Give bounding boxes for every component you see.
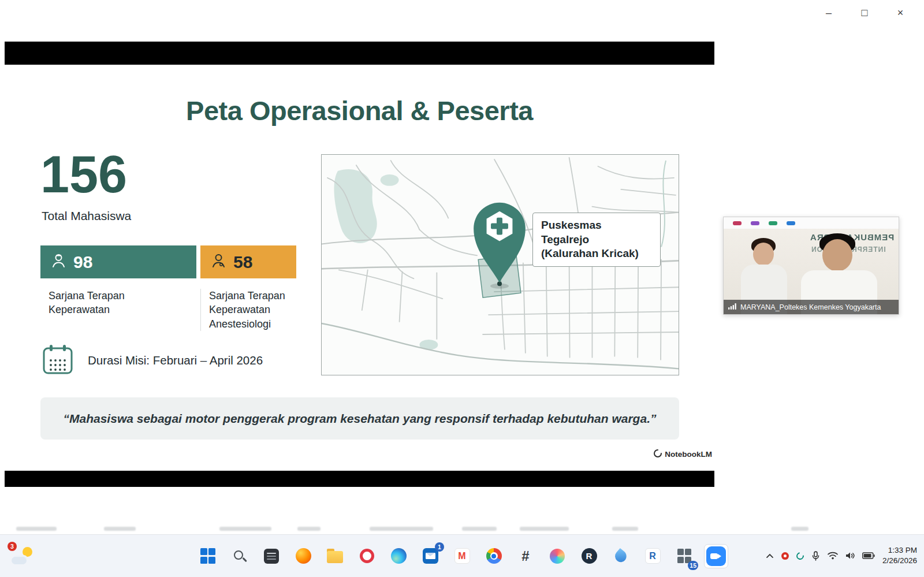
notebooklm-logo-icon xyxy=(654,449,662,459)
participant-name-bar: MARYANA_Poltekes Kemenkes Yogyakarta xyxy=(724,300,899,314)
operational-map: Puskesmas Tegalrejo (Kalurahan Kricak) xyxy=(321,154,679,375)
participant-video-tile[interactable]: PEMBUKAAN PRA INTERPROFESSION MARYANA_Po… xyxy=(723,217,899,315)
system-tray: 1:33 PM 2/26/2026 xyxy=(766,545,917,567)
minimize-button[interactable]: – xyxy=(822,7,835,19)
background-logo-strip xyxy=(724,217,899,229)
grid-app-badge: 15 xyxy=(688,561,698,570)
stat-box-keperawatan: 98 xyxy=(40,245,196,278)
quill-app-button[interactable] xyxy=(609,544,633,568)
logo-dot-4 xyxy=(787,221,795,225)
close-button[interactable]: × xyxy=(894,7,907,19)
mail-icon xyxy=(423,548,438,564)
blue-quill-icon xyxy=(613,548,629,564)
firefox-icon xyxy=(296,548,311,564)
battery-icon[interactable] xyxy=(862,553,875,560)
taskbar-center-icons: 1 M # R R 15 xyxy=(196,535,728,577)
stat-count-keperawatan: 98 xyxy=(73,252,92,272)
search-button[interactable] xyxy=(228,544,252,568)
microphone-icon[interactable] xyxy=(811,551,820,561)
stat-labels: Sarjana Terapan Keperawatan Sarjana Tera… xyxy=(40,289,296,331)
colorful-app-icon xyxy=(550,549,565,564)
start-button[interactable] xyxy=(196,544,220,568)
restore-button[interactable]: □ xyxy=(858,7,871,19)
colorful-app-button[interactable] xyxy=(545,544,569,568)
r-dark-app-button[interactable]: R xyxy=(577,544,601,568)
map-pin-label: Puskesmas Tegalrejo (Kalurahan Kricak) xyxy=(532,213,661,267)
duration-row: Durasi Misi: Februari – April 2026 xyxy=(42,343,263,378)
grid-app-icon xyxy=(677,549,692,563)
stat-box-anestesiologi: 58 xyxy=(200,245,296,278)
slide-title: Peta Operasional & Peserta xyxy=(5,95,714,126)
mail-badge: 1 xyxy=(435,542,444,552)
shared-screen-slide: Peta Operasional & Peserta 156 Total Mah… xyxy=(5,42,714,487)
grid-app-button[interactable]: 15 xyxy=(672,544,696,568)
window-controls: – □ × xyxy=(822,7,907,19)
nurse-icon xyxy=(51,253,66,271)
chrome-icon xyxy=(486,548,502,564)
logo-dot-2 xyxy=(751,221,759,225)
edge-icon xyxy=(391,548,407,564)
r-light-app-icon: R xyxy=(645,548,661,564)
audio-level-icon xyxy=(728,303,736,311)
search-icon xyxy=(234,550,243,560)
tray-sync-icon[interactable] xyxy=(796,552,804,560)
firefox-button[interactable] xyxy=(291,544,315,568)
total-count: 156 xyxy=(40,148,127,200)
clock-time: 1:33 PM xyxy=(882,545,917,556)
app-dark-window[interactable] xyxy=(259,544,284,568)
stat-boxes: 98 58 xyxy=(40,245,296,278)
logo-dot-1 xyxy=(733,221,742,225)
slide-content: Peta Operasional & Peserta 156 Total Mah… xyxy=(5,65,714,471)
gmail-button[interactable]: M xyxy=(450,544,474,568)
volume-icon[interactable] xyxy=(845,552,855,560)
stat-label-anestesiologi: Sarjana Terapan Keperawatan Anestesiolog… xyxy=(200,289,296,331)
letterbox-bottom xyxy=(5,471,714,487)
zoom-icon xyxy=(706,546,726,566)
widgets-weather-button[interactable]: 3 xyxy=(9,544,36,569)
notebooklm-label: NotebookLM xyxy=(665,450,712,459)
stat-count-anestesiologi: 58 xyxy=(233,252,252,272)
hash-app-icon: # xyxy=(521,548,529,564)
opera-button[interactable] xyxy=(355,544,379,568)
wifi-icon[interactable] xyxy=(828,552,838,560)
opera-icon xyxy=(360,549,374,563)
zoom-app-button[interactable] xyxy=(704,544,728,568)
obscured-text-row xyxy=(0,524,924,534)
logo-dot-3 xyxy=(769,221,777,225)
clock[interactable]: 1:33 PM 2/26/2026 xyxy=(882,545,917,567)
participant-name: MARYANA_Poltekes Kemenkes Yogyakarta xyxy=(740,303,881,311)
chrome-button[interactable] xyxy=(482,544,506,568)
r-dark-app-icon: R xyxy=(582,548,597,564)
r-light-app-button[interactable]: R xyxy=(640,544,665,568)
edge-button[interactable] xyxy=(386,544,411,568)
file-explorer-button[interactable] xyxy=(323,544,347,568)
mail-button[interactable]: 1 xyxy=(418,544,442,568)
taskbar: 3 1 M # R R 15 xyxy=(0,534,924,577)
quote-bar: “Mahasiswa sebagai motor penggerak progr… xyxy=(40,397,679,440)
anesthesiologist-icon xyxy=(211,253,226,271)
map-pin-label-line2: (Kalurahan Kricak) xyxy=(541,247,652,261)
windows-logo-icon xyxy=(200,548,216,564)
hash-app-button[interactable]: # xyxy=(513,544,538,568)
stat-label-keperawatan: Sarjana Terapan Keperawatan xyxy=(40,289,196,331)
calendar-icon xyxy=(42,343,74,378)
notes-app-icon xyxy=(264,549,279,564)
gmail-icon: M xyxy=(454,548,470,564)
duration-text: Durasi Misi: Februari – April 2026 xyxy=(88,353,263,367)
clock-date: 2/26/2026 xyxy=(882,556,917,567)
letterbox-top xyxy=(5,42,714,65)
tray-red-status-icon[interactable] xyxy=(781,552,789,560)
map-pin-label-line1: Puskesmas Tegalrejo xyxy=(541,218,652,247)
total-count-label: Total Mahasiswa xyxy=(42,209,131,223)
notebooklm-branding: NotebookLM xyxy=(654,449,712,459)
file-explorer-icon xyxy=(327,551,343,563)
widgets-badge: 3 xyxy=(8,542,17,551)
tray-chevron-up-icon[interactable] xyxy=(766,553,774,559)
